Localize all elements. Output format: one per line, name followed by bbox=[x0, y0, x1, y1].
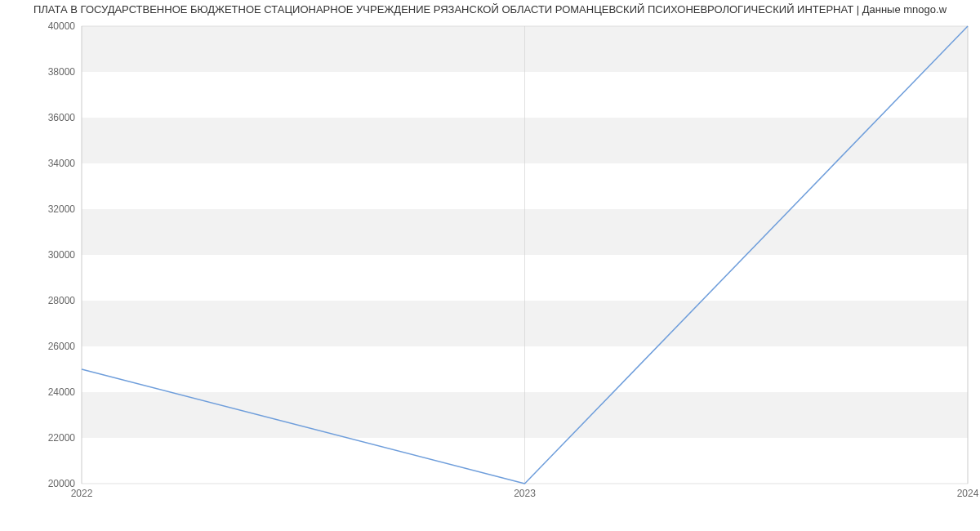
x-tick-label: 2023 bbox=[514, 488, 536, 499]
y-tick-label: 40000 bbox=[48, 20, 76, 32]
chart-svg: 2000022000240002600028000300003200034000… bbox=[0, 18, 980, 524]
y-tick-label: 30000 bbox=[48, 249, 76, 261]
x-tick-label: 2024 bbox=[957, 488, 979, 499]
y-tick-label: 32000 bbox=[48, 203, 76, 215]
y-tick-label: 34000 bbox=[48, 158, 76, 169]
y-tick-label: 26000 bbox=[48, 341, 76, 352]
y-tick-label: 22000 bbox=[48, 432, 76, 444]
y-tick-label: 28000 bbox=[48, 295, 76, 306]
y-tick-label: 24000 bbox=[48, 386, 76, 398]
chart-area: 2000022000240002600028000300003200034000… bbox=[0, 18, 980, 524]
chart-title: ПЛАТА В ГОСУДАРСТВЕННОЕ БЮДЖЕТНОЕ СТАЦИО… bbox=[0, 0, 980, 16]
y-tick-label: 36000 bbox=[48, 112, 76, 123]
x-tick-label: 2022 bbox=[71, 488, 93, 499]
y-tick-label: 38000 bbox=[48, 66, 76, 78]
